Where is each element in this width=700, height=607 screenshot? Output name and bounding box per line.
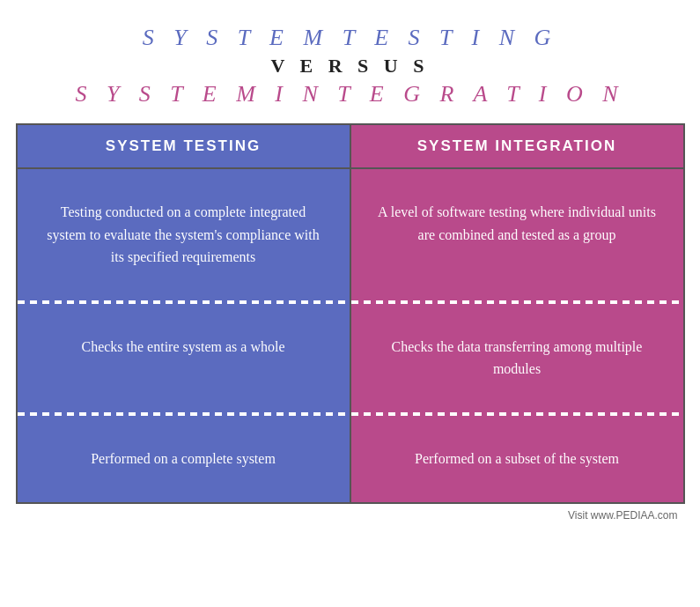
header: S Y S T E M T E S T I N G V E R S U S S … bbox=[57, 0, 642, 123]
footer-credit: Visit www.PEDIAA.com bbox=[568, 509, 677, 522]
cell-integration-2-text: Checks the data transferring among multi… bbox=[378, 322, 657, 395]
cell-integration-3: Performed on a subset of the system bbox=[351, 416, 683, 502]
cell-testing-2-text: Checks the entire system as a whole bbox=[44, 322, 323, 373]
cell-testing-2: Checks the entire system as a whole bbox=[18, 304, 351, 412]
table-row: Testing conducted on a complete integrat… bbox=[18, 169, 683, 300]
cell-testing-3-text: Performed on a complete system bbox=[44, 433, 323, 485]
comparison-table: SYSTEM TESTING SYSTEM INTEGRATION Testin… bbox=[16, 123, 685, 504]
cell-integration-3-text: Performed on a subset of the system bbox=[378, 433, 657, 485]
cell-integration-2: Checks the data transferring among multi… bbox=[351, 304, 683, 412]
title-system-integration: S Y S T E M I N T E G R A T I O N bbox=[75, 81, 624, 107]
footer: Visit www.PEDIAA.com bbox=[16, 504, 685, 522]
cell-testing-1: Testing conducted on a complete integrat… bbox=[18, 169, 351, 300]
table-header-row: SYSTEM TESTING SYSTEM INTEGRATION bbox=[18, 125, 683, 169]
title-versus: V E R S U S bbox=[75, 55, 624, 78]
cell-integration-1-text: A level of software testing where indivi… bbox=[378, 187, 657, 260]
col-header-testing: SYSTEM TESTING bbox=[18, 125, 351, 167]
table-row: Checks the entire system as a whole Chec… bbox=[18, 304, 683, 412]
cell-testing-1-text: Testing conducted on a complete integrat… bbox=[44, 187, 323, 283]
title-system-testing: S Y S T E M T E S T I N G bbox=[75, 25, 624, 51]
cell-testing-3: Performed on a complete system bbox=[18, 416, 351, 502]
col-header-integration: SYSTEM INTEGRATION bbox=[351, 125, 683, 167]
cell-integration-1: A level of software testing where indivi… bbox=[351, 169, 683, 300]
table-row: Performed on a complete system Performed… bbox=[18, 416, 683, 502]
